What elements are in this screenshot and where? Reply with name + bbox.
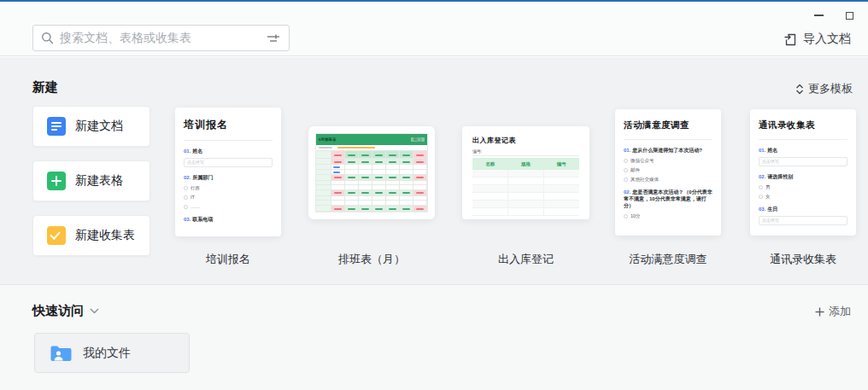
template-card-schedule[interactable]: x月排班表部门: <box>308 126 435 219</box>
maximize-button[interactable] <box>837 7 861 24</box>
template-contacts-title: 通讯录收集表 <box>759 119 847 131</box>
thumb-radio: 女 <box>759 194 847 199</box>
inventory-thumb-header: 名称 规格 编号 <box>472 158 579 170</box>
new-document-label: 新建文档 <box>75 119 123 134</box>
new-section-title: 新建 <box>32 79 58 96</box>
top-bar: 搜索文档、表格或收集表 导入文档 <box>0 2 868 56</box>
template-caption-training[interactable]: 培训报名 <box>175 252 281 265</box>
schedule-thumbnail: x月排班表部门: <box>315 133 428 212</box>
template-caption-schedule[interactable]: 排班表（月） <box>308 252 435 265</box>
template-card-inventory[interactable]: 出入库登记表 编号: 名称 规格 编号 <box>462 126 589 219</box>
new-document-icon <box>47 117 66 136</box>
my-files-item[interactable]: 我的文件 <box>34 333 190 373</box>
template-card-contacts[interactable]: 通讯录收集表 01.姓名 点击填写 02.请选择性别 男 女 03.生日 点击填… <box>750 109 856 236</box>
import-document-icon <box>783 32 798 47</box>
divider <box>624 139 713 140</box>
new-form-icon <box>47 226 66 245</box>
new-spreadsheet-label: 新建表格 <box>75 173 123 189</box>
template-caption-inventory[interactable]: 出入库登记 <box>462 252 589 265</box>
maximize-icon <box>846 12 853 20</box>
search-placeholder: 搜索文档、表格或收集表 <box>60 31 266 46</box>
template-training-title: 培训报名 <box>184 118 273 132</box>
inventory-thumb-title: 出入库登记表 <box>472 136 579 145</box>
template-survey-title: 活动满意度调查 <box>624 119 713 131</box>
add-quick-access-label: 添加 <box>829 304 851 319</box>
import-document-label: 导入文档 <box>803 32 851 47</box>
thumb-radio: 其他社交媒体 <box>624 177 713 182</box>
divider <box>759 139 847 140</box>
thumb-radio: 微信公众号 <box>624 158 713 163</box>
inventory-thumb-rows <box>472 170 579 216</box>
new-document-button[interactable]: 新建文档 <box>32 106 150 147</box>
template-card-training[interactable]: 培训报名 01.姓名 点击填写 02.所属部门 行政 IT …… 03.联系电话 <box>175 108 281 236</box>
thumb-input: 点击填写 <box>759 216 847 225</box>
thumb-radio: IT <box>184 195 273 200</box>
new-form-label: 新建收集表 <box>75 228 135 243</box>
inventory-thumb-number-label: 编号: <box>472 148 579 156</box>
quick-access-section: 快速访问 添加 我的文件 <box>0 284 868 390</box>
minimize-icon <box>814 15 824 16</box>
add-quick-access-button[interactable]: 添加 <box>815 304 851 319</box>
template-caption-survey[interactable]: 活动满意度调查 <box>615 252 721 265</box>
thumb-input: 点击填写 <box>184 158 273 167</box>
import-document-button[interactable]: 导入文档 <box>783 31 851 48</box>
more-templates-button[interactable]: 更多模板 <box>795 81 853 96</box>
search-icon <box>41 32 54 44</box>
template-caption-contacts[interactable]: 通讯录收集表 <box>750 252 856 265</box>
search-filter-icon[interactable] <box>266 32 281 45</box>
more-templates-label: 更多模板 <box>808 81 853 96</box>
divider <box>184 140 273 141</box>
new-form-button[interactable]: 新建收集表 <box>32 215 150 256</box>
new-spreadsheet-button[interactable]: 新建表格 <box>32 160 150 201</box>
thumb-radio: 行政 <box>184 185 273 190</box>
plus-icon <box>815 307 824 317</box>
sort-chevrons-icon <box>795 84 804 95</box>
thumb-radio: …… <box>184 204 273 209</box>
template-card-survey[interactable]: 活动满意度调查 01.您从什么渠道得知了本次活动? 微信公众号 邮件 其他社交媒… <box>615 109 721 236</box>
minimize-button[interactable] <box>806 7 830 24</box>
new-spreadsheet-icon <box>47 172 66 190</box>
quick-access-title: 快速访问 <box>32 303 84 319</box>
thumb-radio: 10分 <box>624 213 713 218</box>
search-input[interactable]: 搜索文档、表格或收集表 <box>32 25 290 51</box>
thumb-input: 点击填写 <box>759 157 847 166</box>
new-section: 新建 更多模板 新建文档 新建表格 新建收集表 培训报名 01.姓名 点击填写 … <box>0 57 868 284</box>
my-files-folder-icon <box>50 344 73 363</box>
my-files-label: 我的文件 <box>83 346 131 361</box>
chevron-down-icon[interactable] <box>90 308 99 314</box>
thumb-radio: 男 <box>759 184 847 189</box>
thumb-radio: 邮件 <box>624 167 713 172</box>
